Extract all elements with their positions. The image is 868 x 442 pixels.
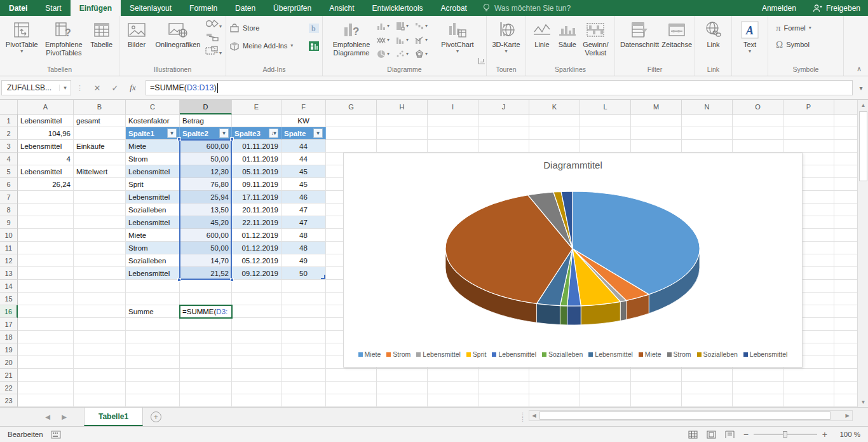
cell-C20[interactable] (126, 356, 180, 369)
cell-E13[interactable]: 09.12.2019 (232, 267, 281, 280)
cell-A19[interactable] (18, 343, 74, 356)
column-header-J[interactable]: J (478, 100, 529, 114)
cell-K23[interactable] (529, 394, 580, 407)
column-header-H[interactable]: H (377, 100, 428, 114)
cell-B2[interactable] (74, 127, 126, 140)
cell-A7[interactable] (18, 191, 74, 204)
sheet-nav-right-icon[interactable]: ▶ (56, 408, 72, 426)
karte-3d-button[interactable]: 3D-Karte▾ (490, 18, 522, 55)
cell-E18[interactable] (232, 331, 281, 343)
row-header-22[interactable]: 22 (0, 382, 18, 394)
cell-N1[interactable] (682, 114, 733, 127)
cell-H21[interactable] (377, 369, 428, 382)
cell-F17[interactable] (281, 318, 326, 331)
cell-A16[interactable] (18, 305, 74, 318)
cell-B1[interactable]: gesamt (74, 114, 126, 127)
cell-F5[interactable]: 45 (281, 165, 326, 178)
sign-in-button[interactable]: Anmelden (753, 0, 805, 16)
row-header-8[interactable]: 8 (0, 204, 18, 216)
selection-handle[interactable] (230, 278, 234, 282)
cell-P22[interactable] (783, 382, 834, 394)
datenschnitt-button[interactable]: Datenschnitt (618, 18, 661, 50)
select-all-corner[interactable] (0, 100, 18, 114)
cancel-button[interactable]: ✕ (88, 80, 106, 95)
meine-addins-button[interactable]: Meine Add-Ins▾ (229, 39, 293, 53)
cell-I3[interactable] (428, 140, 478, 153)
cell-F10[interactable]: 48 (281, 229, 326, 242)
column-header-O[interactable]: O (733, 100, 783, 114)
row-header-18[interactable]: 18 (0, 331, 18, 343)
cell-H2[interactable] (377, 127, 428, 140)
scroll-left-arrow[interactable]: ◀ (529, 411, 539, 420)
cell-J2[interactable] (478, 127, 529, 140)
name-box-dropdown-icon[interactable]: ▾ (59, 85, 71, 91)
legend-item[interactable]: Strom (386, 350, 410, 358)
cell-E11[interactable]: 01.12.2019 (232, 242, 281, 254)
cell-A13[interactable] (18, 267, 74, 280)
cell-K2[interactable] (529, 127, 580, 140)
cell-A14[interactable] (18, 280, 74, 293)
cell-E1[interactable] (232, 114, 281, 127)
cell-E17[interactable] (232, 318, 281, 331)
cell-B14[interactable] (74, 280, 126, 293)
expand-formula-bar-icon[interactable]: ▾ (854, 85, 868, 92)
cell-D8[interactable]: 13,50 (180, 204, 232, 216)
cell-H1[interactable] (377, 114, 428, 127)
cell-C19[interactable] (126, 343, 180, 356)
cell-B23[interactable] (74, 394, 126, 407)
cell-O1[interactable] (733, 114, 783, 127)
cell-stub[interactable] (834, 114, 857, 127)
onlinegrafiken-button[interactable]: Onlinegrafiken (151, 18, 205, 50)
cell-G21[interactable] (326, 369, 377, 382)
cell-C18[interactable] (126, 331, 180, 343)
legend-item[interactable]: Sozialleben (697, 350, 738, 358)
cell-M21[interactable] (631, 369, 682, 382)
cell-E22[interactable] (232, 382, 281, 394)
cell-C13[interactable]: Lebensmittel (126, 267, 180, 280)
cell-C4[interactable]: Strom (126, 153, 180, 165)
cell-G23[interactable] (326, 394, 377, 407)
cell-D1[interactable]: Betrag (180, 114, 232, 127)
row-header-16[interactable]: 16 (0, 305, 18, 318)
cell-D3[interactable]: 600,00 (180, 140, 232, 153)
cell-E7[interactable]: 17.11.2019 (232, 191, 281, 204)
cell-B17[interactable] (74, 318, 126, 331)
cell-stub[interactable] (834, 293, 857, 305)
cell-D11[interactable]: 50,00 (180, 242, 232, 254)
column-chart-button[interactable]: ▾ (377, 22, 396, 31)
column-header-M[interactable]: M (631, 100, 682, 114)
cell-K1[interactable] (529, 114, 580, 127)
cell-F22[interactable] (281, 382, 326, 394)
cell-stub[interactable] (834, 153, 857, 165)
normal-view-button[interactable] (688, 431, 698, 439)
cell-B13[interactable] (74, 267, 126, 280)
ribbon-tab-acrobat[interactable]: Acrobat (432, 0, 476, 16)
cell-A8[interactable] (18, 204, 74, 216)
cell-C14[interactable] (126, 280, 180, 293)
cell-G1[interactable] (326, 114, 377, 127)
row-header-14[interactable]: 14 (0, 280, 18, 293)
cell-E23[interactable] (232, 394, 281, 407)
fill-handle[interactable] (230, 316, 233, 319)
cell-A15[interactable] (18, 293, 74, 305)
cell-stub[interactable] (834, 267, 857, 280)
cell-H22[interactable] (377, 382, 428, 394)
ribbon-tab-start[interactable]: Start (36, 0, 70, 16)
cell-B4[interactable] (74, 153, 126, 165)
cell-O3[interactable] (733, 140, 783, 153)
row-header-21[interactable]: 21 (0, 369, 18, 382)
cell-K21[interactable] (529, 369, 580, 382)
cell-C21[interactable] (126, 369, 180, 382)
cell-F9[interactable]: 47 (281, 216, 326, 229)
cell-K22[interactable] (529, 382, 580, 394)
row-header-5[interactable]: 5 (0, 165, 18, 178)
sheet-nav-left-icon[interactable]: ◀ (39, 408, 56, 426)
cell-C16[interactable]: Summe (126, 305, 180, 318)
cell-B9[interactable] (74, 216, 126, 229)
pivottable-button[interactable]: PivotTable▾ (3, 18, 40, 55)
cell-D13[interactable]: 21,52 (180, 267, 232, 280)
cell-A18[interactable] (18, 331, 74, 343)
store-button[interactable]: Store (229, 21, 259, 35)
cell-stub[interactable] (834, 140, 857, 153)
cell-B18[interactable] (74, 331, 126, 343)
